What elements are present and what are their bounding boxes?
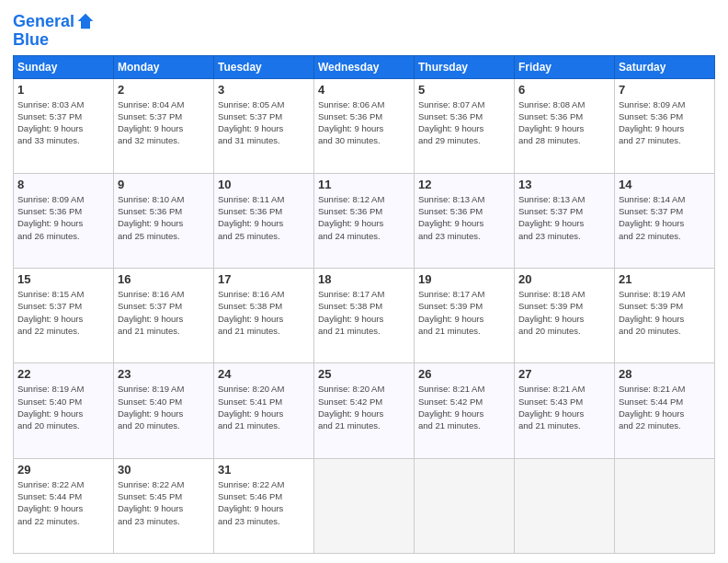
day-number: 11 xyxy=(318,178,410,191)
calendar-cell: 21Sunrise: 8:19 AM Sunset: 5:39 PM Dayli… xyxy=(615,269,715,363)
day-number: 1 xyxy=(17,83,109,97)
calendar-header-row: SundayMondayTuesdayWednesdayThursdayFrid… xyxy=(14,55,715,78)
calendar-cell: 20Sunrise: 8:18 AM Sunset: 5:39 PM Dayli… xyxy=(515,269,615,363)
calendar-week-4: 22Sunrise: 8:19 AM Sunset: 5:40 PM Dayli… xyxy=(14,363,715,458)
day-info: Sunrise: 8:19 AM Sunset: 5:40 PM Dayligh… xyxy=(17,383,109,431)
day-info: Sunrise: 8:22 AM Sunset: 5:46 PM Dayligh… xyxy=(218,478,310,527)
day-info: Sunrise: 8:20 AM Sunset: 5:42 PM Dayligh… xyxy=(318,383,410,431)
calendar-header-friday: Friday xyxy=(515,55,615,78)
day-info: Sunrise: 8:10 AM Sunset: 5:36 PM Dayligh… xyxy=(118,193,210,242)
calendar-week-2: 8Sunrise: 8:09 AM Sunset: 5:36 PM Daylig… xyxy=(14,173,715,268)
day-number: 23 xyxy=(118,367,210,381)
day-info: Sunrise: 8:09 AM Sunset: 5:36 PM Dayligh… xyxy=(619,98,711,147)
day-number: 13 xyxy=(518,178,610,191)
day-info: Sunrise: 8:15 AM Sunset: 5:37 PM Dayligh… xyxy=(17,288,109,337)
calendar-header-saturday: Saturday xyxy=(615,55,715,78)
calendar-week-3: 15Sunrise: 8:15 AM Sunset: 5:37 PM Dayli… xyxy=(14,269,715,363)
calendar-cell: 22Sunrise: 8:19 AM Sunset: 5:40 PM Dayli… xyxy=(14,363,114,458)
calendar-cell: 24Sunrise: 8:20 AM Sunset: 5:41 PM Dayli… xyxy=(214,363,314,458)
calendar-cell: 8Sunrise: 8:09 AM Sunset: 5:36 PM Daylig… xyxy=(14,173,114,268)
calendar-cell xyxy=(314,458,415,553)
day-number: 14 xyxy=(619,178,711,191)
day-number: 29 xyxy=(17,463,109,477)
day-number: 30 xyxy=(118,463,210,477)
calendar-header-tuesday: Tuesday xyxy=(214,55,314,78)
day-number: 17 xyxy=(218,272,310,286)
calendar-cell: 9Sunrise: 8:10 AM Sunset: 5:36 PM Daylig… xyxy=(114,173,214,268)
logo-icon xyxy=(76,12,95,30)
day-info: Sunrise: 8:03 AM Sunset: 5:37 PM Dayligh… xyxy=(17,98,109,147)
day-info: Sunrise: 8:20 AM Sunset: 5:41 PM Dayligh… xyxy=(218,383,310,431)
day-number: 25 xyxy=(318,367,410,381)
calendar-cell: 29Sunrise: 8:22 AM Sunset: 5:44 PM Dayli… xyxy=(14,458,114,553)
day-info: Sunrise: 8:05 AM Sunset: 5:37 PM Dayligh… xyxy=(218,98,310,147)
calendar-cell: 14Sunrise: 8:14 AM Sunset: 5:37 PM Dayli… xyxy=(615,173,715,268)
calendar-cell: 12Sunrise: 8:13 AM Sunset: 5:36 PM Dayli… xyxy=(415,173,515,268)
calendar-cell: 26Sunrise: 8:21 AM Sunset: 5:42 PM Dayli… xyxy=(415,363,515,458)
day-info: Sunrise: 8:16 AM Sunset: 5:38 PM Dayligh… xyxy=(218,288,310,337)
calendar-cell: 25Sunrise: 8:20 AM Sunset: 5:42 PM Dayli… xyxy=(314,363,415,458)
day-number: 4 xyxy=(318,83,410,97)
calendar-cell: 18Sunrise: 8:17 AM Sunset: 5:38 PM Dayli… xyxy=(314,269,415,363)
calendar-cell: 15Sunrise: 8:15 AM Sunset: 5:37 PM Dayli… xyxy=(14,269,114,363)
day-info: Sunrise: 8:21 AM Sunset: 5:44 PM Dayligh… xyxy=(619,383,711,431)
day-info: Sunrise: 8:22 AM Sunset: 5:44 PM Dayligh… xyxy=(17,478,109,527)
calendar-cell: 16Sunrise: 8:16 AM Sunset: 5:37 PM Dayli… xyxy=(114,269,214,363)
day-number: 20 xyxy=(518,272,610,286)
day-info: Sunrise: 8:11 AM Sunset: 5:36 PM Dayligh… xyxy=(218,193,310,242)
day-number: 10 xyxy=(218,178,310,191)
day-number: 7 xyxy=(619,83,711,97)
calendar-cell: 31Sunrise: 8:22 AM Sunset: 5:46 PM Dayli… xyxy=(214,458,314,553)
day-number: 3 xyxy=(218,83,310,97)
calendar-header-monday: Monday xyxy=(114,55,214,78)
day-info: Sunrise: 8:19 AM Sunset: 5:39 PM Dayligh… xyxy=(619,288,711,337)
day-info: Sunrise: 8:16 AM Sunset: 5:37 PM Dayligh… xyxy=(118,288,210,337)
calendar-cell: 28Sunrise: 8:21 AM Sunset: 5:44 PM Dayli… xyxy=(615,363,715,458)
calendar-cell: 7Sunrise: 8:09 AM Sunset: 5:36 PM Daylig… xyxy=(615,78,715,173)
day-number: 2 xyxy=(118,83,210,97)
header: General Blue xyxy=(13,9,715,50)
calendar-header-thursday: Thursday xyxy=(415,55,515,78)
calendar-cell: 2Sunrise: 8:04 AM Sunset: 5:37 PM Daylig… xyxy=(114,78,214,173)
calendar-cell xyxy=(615,458,715,553)
day-info: Sunrise: 8:12 AM Sunset: 5:36 PM Dayligh… xyxy=(318,193,410,242)
logo-blue: Blue xyxy=(13,31,95,50)
calendar: SundayMondayTuesdayWednesdayThursdayFrid… xyxy=(13,55,715,554)
calendar-cell: 1Sunrise: 8:03 AM Sunset: 5:37 PM Daylig… xyxy=(14,78,114,173)
logo: General Blue xyxy=(13,13,95,50)
day-number: 16 xyxy=(118,272,210,286)
calendar-header-wednesday: Wednesday xyxy=(314,55,415,78)
day-info: Sunrise: 8:13 AM Sunset: 5:37 PM Dayligh… xyxy=(518,193,610,242)
day-number: 9 xyxy=(118,178,210,191)
day-number: 12 xyxy=(418,178,510,191)
day-number: 28 xyxy=(619,367,711,381)
day-info: Sunrise: 8:04 AM Sunset: 5:37 PM Dayligh… xyxy=(118,98,210,147)
day-info: Sunrise: 8:22 AM Sunset: 5:45 PM Dayligh… xyxy=(118,478,210,527)
day-number: 21 xyxy=(619,272,711,286)
calendar-cell: 13Sunrise: 8:13 AM Sunset: 5:37 PM Dayli… xyxy=(515,173,615,268)
calendar-cell: 6Sunrise: 8:08 AM Sunset: 5:36 PM Daylig… xyxy=(515,78,615,173)
calendar-cell: 19Sunrise: 8:17 AM Sunset: 5:39 PM Dayli… xyxy=(415,269,515,363)
day-info: Sunrise: 8:13 AM Sunset: 5:36 PM Dayligh… xyxy=(418,193,510,242)
calendar-header-sunday: Sunday xyxy=(14,55,114,78)
day-number: 18 xyxy=(318,272,410,286)
calendar-week-5: 29Sunrise: 8:22 AM Sunset: 5:44 PM Dayli… xyxy=(14,458,715,553)
day-info: Sunrise: 8:09 AM Sunset: 5:36 PM Dayligh… xyxy=(17,193,109,242)
day-number: 19 xyxy=(418,272,510,286)
calendar-cell xyxy=(415,458,515,553)
day-number: 5 xyxy=(418,83,510,97)
calendar-cell: 4Sunrise: 8:06 AM Sunset: 5:36 PM Daylig… xyxy=(314,78,415,173)
day-info: Sunrise: 8:06 AM Sunset: 5:36 PM Dayligh… xyxy=(318,98,410,147)
day-info: Sunrise: 8:21 AM Sunset: 5:42 PM Dayligh… xyxy=(418,383,510,431)
day-number: 24 xyxy=(218,367,310,381)
logo-text: General xyxy=(13,13,74,31)
day-number: 27 xyxy=(518,367,610,381)
calendar-cell: 11Sunrise: 8:12 AM Sunset: 5:36 PM Dayli… xyxy=(314,173,415,268)
calendar-week-1: 1Sunrise: 8:03 AM Sunset: 5:37 PM Daylig… xyxy=(14,78,715,173)
day-info: Sunrise: 8:18 AM Sunset: 5:39 PM Dayligh… xyxy=(518,288,610,337)
calendar-cell: 17Sunrise: 8:16 AM Sunset: 5:38 PM Dayli… xyxy=(214,269,314,363)
calendar-cell: 10Sunrise: 8:11 AM Sunset: 5:36 PM Dayli… xyxy=(214,173,314,268)
day-number: 22 xyxy=(17,367,109,381)
day-info: Sunrise: 8:17 AM Sunset: 5:39 PM Dayligh… xyxy=(418,288,510,337)
day-info: Sunrise: 8:07 AM Sunset: 5:36 PM Dayligh… xyxy=(418,98,510,147)
